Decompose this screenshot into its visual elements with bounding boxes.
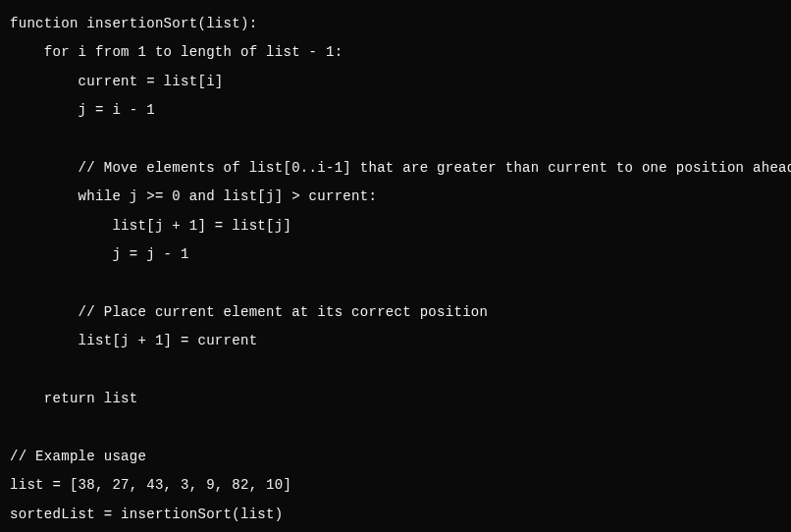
code-line: sortedList = insertionSort(list) [10,506,283,522]
code-line: function insertionSort(list): [10,16,257,31]
code-line: // Place current element at its correct … [10,304,488,320]
code-block: function insertionSort(list): for i from… [10,10,781,532]
code-line: // Example usage [10,449,146,464]
code-line: // Move elements of list[0..i-1] that ar… [10,160,791,176]
code-line: list[j + 1] = list[j] [10,218,291,234]
code-line: return list [10,391,138,406]
code-line: while j >= 0 and list[j] > current: [10,188,377,204]
code-line: j = j - 1 [10,246,189,262]
code-line: list = [38, 27, 43, 3, 9, 82, 10] [10,477,291,493]
code-line: j = i - 1 [10,102,155,118]
code-line: list[j + 1] = current [10,333,257,348]
code-line: current = list[i] [10,74,224,89]
code-line: for i from 1 to length of list - 1: [10,44,343,60]
